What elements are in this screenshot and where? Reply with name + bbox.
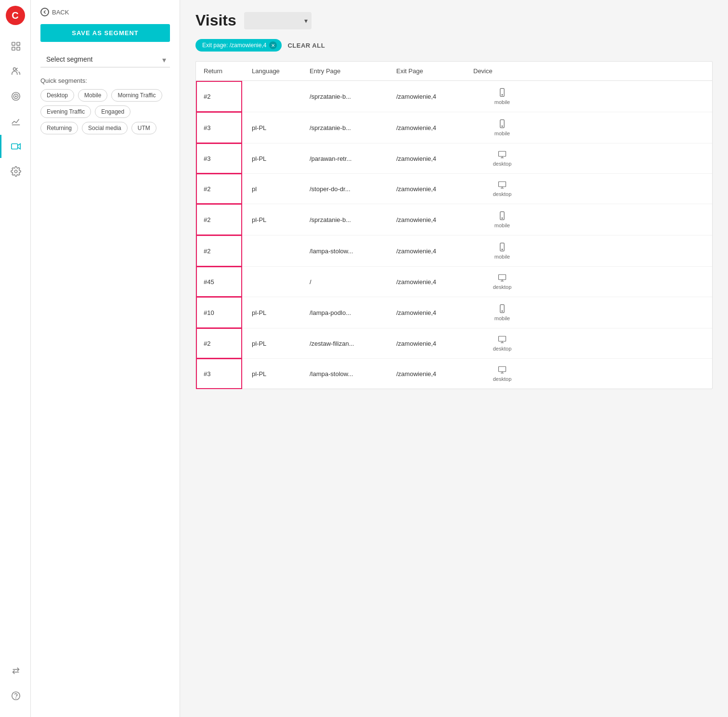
exit-page-chip[interactable]: Exit page: /zamowienie,4 ✕ (195, 39, 282, 52)
table-row[interactable]: #10 pl-PL /lampa-podlo... /zamowienie,4 … (196, 297, 712, 328)
svg-rect-37 (499, 366, 506, 372)
nav-users[interactable] (0, 60, 30, 83)
back-button[interactable]: BACK (40, 8, 170, 16)
cell-device: desktop (473, 150, 531, 167)
quick-tag-morning[interactable]: Morning Traffic (111, 89, 162, 102)
quick-tag-utm[interactable]: UTM (131, 122, 156, 134)
cell-exit-page: /zamowienie,4 (396, 278, 473, 286)
quick-tag-engaged[interactable]: Engaged (95, 105, 130, 118)
cell-entry-page: /zestaw-filizan... (310, 340, 396, 347)
cell-return: #2 (204, 216, 252, 223)
quick-tag-mobile[interactable]: Mobile (78, 89, 107, 102)
cell-device: mobile (473, 304, 531, 321)
table-row[interactable]: #2 pl-PL /sprzatanie-b... /zamowienie,4 … (196, 204, 712, 235)
cell-entry-page: /sprzatanie-b... (310, 216, 396, 223)
svg-rect-1 (17, 42, 20, 45)
nav-goals[interactable] (0, 85, 30, 108)
nav-help[interactable] (0, 684, 30, 707)
cell-exit-page: /zamowienie,4 (396, 370, 473, 378)
col-return: Return (204, 67, 252, 75)
svg-point-4 (13, 68, 16, 71)
table-row[interactable]: #2 pl-PL /zestaw-filizan... /zamowienie,… (196, 328, 712, 359)
desktop-icon (497, 365, 507, 375)
table-row[interactable]: #2 /lampa-stolow... /zamowienie,4 mobile (196, 235, 712, 267)
visits-dropdown[interactable]: ▾ (244, 12, 312, 29)
transfer-icon (11, 665, 21, 676)
device-label: desktop (493, 161, 512, 167)
table-row[interactable]: #45 / /zamowienie,4 desktop (196, 267, 712, 297)
cell-language: pl-PL (252, 155, 310, 162)
table-row[interactable]: #2 pl /stoper-do-dr... /zamowienie,4 des… (196, 174, 712, 204)
nav-heatmap[interactable] (0, 110, 30, 133)
chip-remove-icon[interactable]: ✕ (269, 41, 277, 49)
dashboard-icon (11, 41, 21, 52)
svg-rect-0 (12, 42, 15, 45)
clear-all-button[interactable]: CLEAR ALL (287, 42, 325, 49)
nav-settings[interactable] (0, 160, 30, 183)
cell-exit-page: /zamowienie,4 (396, 124, 473, 131)
device-label: mobile (494, 99, 510, 105)
segment-select-wrapper: Select segment ▾ (40, 52, 170, 67)
table-row[interactable]: #2 /sprzatanie-b... /zamowienie,4 mobile (196, 81, 712, 112)
svg-point-13 (12, 692, 20, 700)
svg-point-26 (502, 218, 503, 219)
device-label: mobile (494, 222, 510, 228)
cell-entry-page: /sprzatanie-b... (310, 93, 396, 100)
back-circle-icon (40, 8, 49, 16)
quick-tag-returning[interactable]: Returning (40, 122, 78, 134)
nav-dashboard[interactable] (0, 35, 30, 58)
return-highlight (196, 112, 242, 143)
svg-rect-9 (12, 144, 18, 149)
table-row[interactable]: #3 pl-PL /sprzatanie-b... /zamowienie,4 … (196, 112, 712, 143)
cell-entry-page: /parawan-retr... (310, 155, 396, 162)
desktop-icon (497, 274, 507, 283)
device-label: desktop (493, 376, 512, 382)
exit-page-chip-label: Exit page: /zamowienie,4 (202, 42, 266, 49)
col-language: Language (252, 67, 310, 75)
svg-point-10 (14, 170, 17, 173)
mobile-icon (497, 242, 507, 253)
cell-exit-page: /zamowienie,4 (396, 248, 473, 255)
main-content: Visits ▾ Exit page: /zamowienie,4 ✕ CLEA… (180, 0, 728, 717)
cell-exit-page: /zamowienie,4 (396, 309, 473, 316)
quick-tag-desktop[interactable]: Desktop (40, 89, 74, 102)
cell-language: pl-PL (252, 340, 310, 347)
cell-entry-page: / (310, 278, 396, 286)
quick-tag-evening[interactable]: Evening Traffic (40, 105, 91, 118)
logo-letter: C (12, 10, 18, 21)
heatmap-icon (11, 116, 21, 127)
cell-language: pl-PL (252, 370, 310, 378)
quick-tag-social[interactable]: Social media (82, 122, 128, 134)
svg-rect-19 (499, 151, 506, 156)
mobile-icon (497, 119, 507, 130)
cell-entry-page: /lampa-stolow... (310, 248, 396, 255)
save-segment-button[interactable]: SAVE AS SEGMENT (40, 24, 170, 42)
cell-return: #3 (204, 155, 252, 162)
svg-rect-34 (499, 336, 506, 341)
table-row[interactable]: #3 pl-PL /parawan-retr... /zamowienie,4 … (196, 143, 712, 174)
return-highlight (196, 173, 242, 204)
cell-device: mobile (473, 119, 531, 136)
return-highlight (196, 235, 242, 267)
svg-point-18 (502, 126, 503, 127)
table-body: #2 /sprzatanie-b... /zamowienie,4 mobile… (196, 81, 712, 389)
device-label: desktop (493, 346, 512, 352)
back-arrow-icon (43, 10, 47, 14)
cell-device: desktop (473, 181, 531, 197)
desktop-icon (497, 150, 507, 160)
nav-transfer[interactable] (0, 659, 30, 682)
page-title: Visits (195, 12, 236, 29)
svg-point-28 (502, 249, 503, 250)
app-logo[interactable]: C (6, 6, 25, 25)
return-highlight (196, 204, 242, 235)
cell-exit-page: /zamowienie,4 (396, 185, 473, 193)
cell-entry-page: /sprzatanie-b... (310, 124, 396, 131)
cell-entry-page: /stoper-do-dr... (310, 185, 396, 193)
mobile-icon (497, 88, 507, 98)
device-label: mobile (494, 254, 510, 260)
cell-return: #2 (204, 248, 252, 255)
segment-select[interactable]: Select segment (40, 52, 170, 67)
cell-return: #3 (204, 124, 252, 131)
nav-recordings[interactable] (0, 135, 30, 158)
table-row[interactable]: #3 pl-PL /lampa-stolow... /zamowienie,4 … (196, 359, 712, 389)
